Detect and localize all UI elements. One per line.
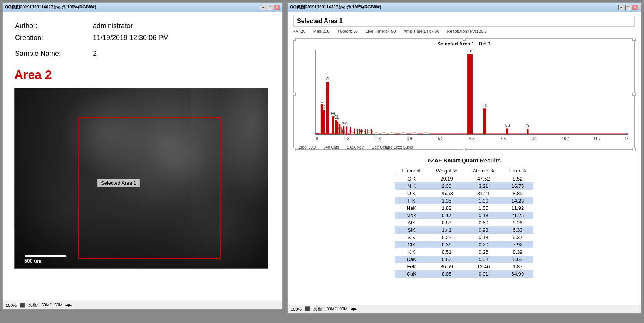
sample-label: Sample Name: [15,48,92,59]
scale-bar-line [24,255,67,257]
right-titlebar: QQ截图20191120114307.jpg @ 100%(RGB/8#) ─ … [288,3,641,12]
param-resolution: Resolution:(eV)128.2 [447,29,487,33]
table-row: NaK1.821.5511.92 [395,204,533,212]
r-minimize-btn[interactable]: ─ [618,5,624,10]
chart-svg: 19.0K 17.1K 15.2K 13.3K 11.4K 9.5K 7.6K … [315,50,628,142]
close-btn[interactable]: ✕ [274,5,280,10]
right-win-controls: ─ □ ✕ [618,5,638,10]
ezaf-title: eZAF Smart Quant Results [293,157,635,164]
left-titlebar: QQ截图20191120114027.jpg @ 100%(RGB/8#) ─ … [3,3,282,12]
right-statusbar: 100% ⬛ 文档:1.90M/1.90M ◀▶ [288,305,641,313]
svg-text:3.9: 3.9 [407,137,412,141]
cell-atomic: 0.20 [465,241,501,248]
minimize-btn[interactable]: ─ [260,5,266,10]
left-window: QQ截图20191120114027.jpg @ 100%(RGB/8#) ─ … [2,2,283,310]
handle-tl[interactable] [293,38,296,41]
col-element: Element [395,167,428,175]
handle-tr[interactable] [632,38,636,41]
svg-text:11.7: 11.7 [593,137,601,141]
cell-atomic: 3.21 [465,182,501,190]
footer-det: Det: Octane Elect Super [372,145,413,149]
cell-atomic: 1.55 [465,204,501,212]
cell-weight: 0.51 [428,248,465,256]
r-maximize-btn[interactable]: □ [625,5,631,10]
table-row: ClK0.360.207.92 [395,241,533,248]
cell-weight: 1.35 [428,197,465,204]
cell-error: 6.33 [502,226,533,234]
cell-error: 7.92 [502,241,533,248]
cell-element: K K [395,248,428,256]
svg-text:Cu: Cu [505,123,510,127]
svg-text:10.4: 10.4 [562,137,570,141]
maximize-btn[interactable]: □ [267,5,273,10]
left-scroll-icon: ⬛ [20,303,25,308]
handle-br[interactable] [632,148,636,151]
table-row: S K0.220.139.37 [395,234,533,241]
svg-text:5.2: 5.2 [438,137,443,141]
cell-weight: 1.82 [428,204,465,212]
handle-bm[interactable] [463,148,466,151]
param-mag: Mag:200 [313,29,330,33]
left-doc: 文档:1.59M/1.59M [28,302,62,308]
cell-error: 21.25 [502,212,533,219]
svg-text:F: F [337,116,339,120]
handle-tm[interactable] [463,38,466,41]
left-arrow-icon: ◀▶ [65,303,72,308]
cell-element: SiK [395,226,428,234]
svg-text:Cl: Cl [360,130,363,133]
cell-weight: 0.83 [428,219,465,226]
left-statusbar: 100% ⬛ 文档:1.59M/1.59M ◀▶ [3,301,282,309]
right-arrow-icon: ◀▶ [351,306,357,311]
cell-atomic: 0.13 [465,212,501,219]
cell-element: CuK [395,270,428,278]
table-row: SiK1.410.986.33 [395,226,533,234]
r-close-btn[interactable]: ✕ [632,5,638,10]
cell-element: CaK [395,256,428,263]
svg-rect-30 [332,116,334,134]
selected-area-box [78,117,221,259]
sem-bg: Selected Area 1 500 um [15,88,268,268]
cell-atomic: 0.01 [465,270,501,278]
cell-error: 8.26 [502,219,533,226]
svg-rect-63 [506,128,508,134]
table-row: K K0.510.268.39 [395,248,533,256]
cell-weight: 0.67 [428,256,465,263]
cell-weight: 1.41 [428,226,465,234]
spectrum-container: Selected Area 1 - Det 1 19.0K 17.1K 15.2… [293,38,635,150]
svg-text:1.3: 1.3 [344,137,349,141]
selected-area-label: Selected Area 1 [97,179,140,187]
cell-error: 8.39 [502,248,533,256]
param-amptime: Amp Time(μs):7.68 [403,29,439,33]
cell-error: 8.52 [502,175,533,183]
cell-atomic: 0.26 [465,248,501,256]
cell-atomic: 0.33 [465,256,501,263]
cell-atomic: 47.52 [465,175,501,183]
spec-params: kV: 20 Mag:200 Takeoff: 35 Live Time(s):… [293,29,635,35]
left-content: Author: administrator Creation: 11/19/20… [3,12,282,301]
sem-image: Selected Area 1 500 um [14,88,268,269]
param-livetime: Live Time(s): 50 [366,29,396,33]
svg-text:Fe: Fe [483,103,487,107]
footer-cnts: 640 Cnts [324,145,339,149]
footer-lsec: Lsec: 50.0 [298,145,316,149]
svg-text:2.6: 2.6 [376,137,381,141]
svg-rect-44 [354,128,355,134]
handle-bl[interactable] [293,148,296,151]
svg-text:7.8: 7.8 [500,137,506,141]
spectrum-chart: 19.0K 17.1K 15.2K 13.3K 11.4K 9.5K 7.6K … [294,48,634,144]
table-row: MgK0.170.1321.25 [395,212,533,219]
author-label: Author: [15,20,92,32]
scale-bar-text: 500 um [24,258,42,264]
table-row: FeK35.5912.461.87 [395,263,533,270]
cell-element: NaK [395,204,428,212]
cell-error: 64.99 [502,270,533,278]
area-title: Area 2 [14,68,271,82]
quant-table: Element Weight % Atomic % Error % C K29.… [395,167,533,278]
cell-element: S K [395,234,428,241]
cell-element: MgK [395,212,428,219]
col-weight: Weight % [428,167,465,175]
table-row: AlK0.830.608.26 [395,219,533,226]
svg-rect-32 [335,120,337,135]
svg-text:Al: Al [345,122,348,126]
svg-text:Ca: Ca [370,130,374,133]
